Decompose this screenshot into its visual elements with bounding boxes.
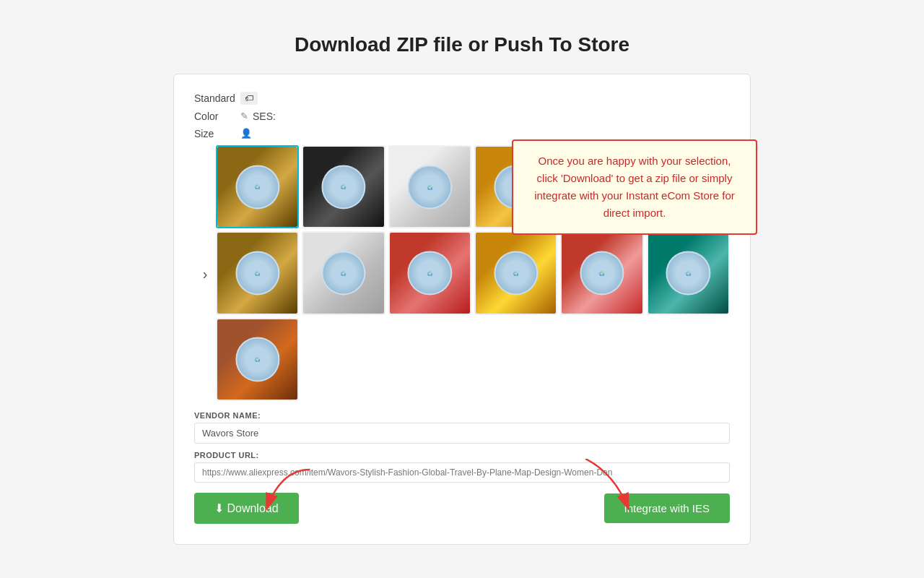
download-button[interactable]: ⬇ Download bbox=[194, 493, 299, 524]
integrate-button[interactable]: Integrate with IES bbox=[604, 493, 730, 523]
standard-row: Standard 🏷 bbox=[194, 92, 730, 105]
image-cell-8[interactable]: 🌍 bbox=[302, 231, 385, 314]
buttons-row: ⬇ Download Integrate with IES bbox=[194, 493, 730, 524]
color-edit-icon[interactable]: ✎ bbox=[240, 111, 248, 121]
image-cell-1[interactable]: 🌍 bbox=[216, 145, 299, 228]
image-grid-row2: 🌍 🌍 🌍 🌍 🌍 🌍 bbox=[216, 231, 730, 314]
image-cell-3[interactable]: 🌍 bbox=[388, 145, 471, 228]
color-row: Color ✎ SES: bbox=[194, 111, 730, 122]
size-label: Size bbox=[194, 128, 237, 139]
page-title: Download ZIP file or Push To Store bbox=[295, 33, 629, 56]
images-label: SES: bbox=[253, 111, 276, 122]
image-cell-7[interactable]: 🌍 bbox=[216, 231, 299, 314]
vendor-section: VENDOR NAME: PRODUCT URL: bbox=[194, 411, 730, 493]
size-row: Size 👤 bbox=[194, 128, 730, 139]
standard-label: Standard bbox=[194, 92, 237, 104]
tooltip-text: Once you are happy with your selection, … bbox=[534, 155, 735, 219]
image-cell-10[interactable]: 🌍 bbox=[474, 231, 557, 314]
tag-icon: 🏷 bbox=[245, 93, 253, 103]
vendor-label: VENDOR NAME: bbox=[194, 411, 730, 420]
prev-chevron[interactable]: › bbox=[194, 145, 216, 404]
image-cell-2[interactable]: 🌍 bbox=[302, 145, 385, 228]
vendor-input[interactable] bbox=[194, 423, 730, 444]
tooltip-box: Once you are happy with your selection, … bbox=[512, 139, 757, 235]
size-edit-icon[interactable]: 👤 bbox=[240, 128, 252, 139]
main-card: Standard 🏷 Color ✎ SES: Size 👤 › 🌍 🌍 bbox=[173, 74, 751, 545]
standard-badge[interactable]: 🏷 bbox=[240, 92, 258, 105]
image-cell-12[interactable]: 🌍 bbox=[647, 231, 730, 314]
buttons-area: ⬇ Download Integrate with IES bbox=[194, 493, 730, 524]
url-input[interactable] bbox=[194, 462, 730, 483]
image-cell-9[interactable]: 🌍 bbox=[388, 231, 471, 314]
url-label: PRODUCT URL: bbox=[194, 451, 730, 460]
image-cell-11[interactable]: 🌍 bbox=[560, 231, 643, 314]
image-cell-13[interactable]: 🌍 bbox=[216, 318, 299, 401]
chevron-icon: › bbox=[203, 266, 208, 282]
color-label: Color bbox=[194, 111, 237, 122]
image-grid-row3: 🌍 bbox=[216, 318, 730, 401]
